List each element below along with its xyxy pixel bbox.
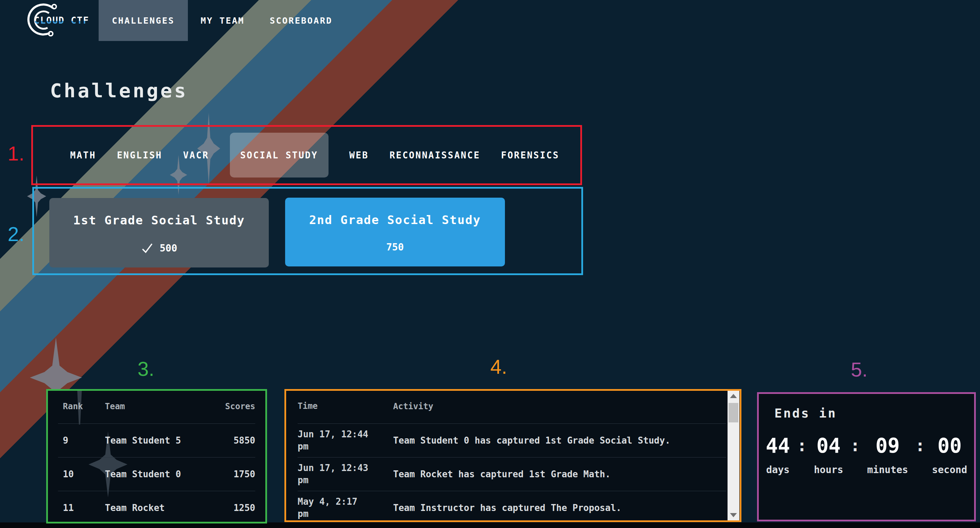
scoreboard-row: 9 Team Student 5 5850 [58,423,255,457]
countdown-colon: : [850,437,860,475]
countdown-display: 44 days : 04 hours : 09 minutes : 00 sec… [775,435,958,475]
activity-scrollbar[interactable] [727,391,739,521]
arrow-down-icon [730,513,737,517]
activity-row: Jun 17, 12:44 pm Team Student 0 has capt… [298,423,726,457]
activity-time-cell: May 4, 2:17 pm [298,496,372,520]
nav-tab-my-team[interactable]: MY TEAM [200,0,245,41]
countdown-seconds-label: second [932,464,967,475]
countdown-seconds-value: 00 [938,435,962,456]
category-tab-vacr[interactable]: VACR [183,150,209,161]
countdown-panel: Ends in 44 days : 04 hours : 09 minutes … [757,392,976,522]
activity-feed-panel: Time Activity Jun 17, 12:44 pm Team Stud… [285,389,741,522]
arrow-up-icon [730,394,737,398]
scoreboard-header-scores: Scores [217,402,255,411]
countdown-days-unit: 44 days [766,435,790,475]
scrollbar-up-button[interactable] [727,391,739,402]
category-tab-web[interactable]: WEB [349,150,369,161]
countdown-hours-unit: 04 hours [814,435,843,475]
countdown-colon: : [797,437,807,475]
team-cell: Team Student 5 [105,435,217,446]
category-tab-reconnaissance[interactable]: RECONNAISSANCE [390,150,480,161]
cloud-ctf-logo[interactable]: CLOUD CTF [19,2,90,38]
scoreboard-row: 10 Team Student 0 1750 [58,457,255,491]
activity-text-cell: Team Instructor has captured The Proposa… [393,502,726,513]
scoreboard-header-team: Team [105,402,217,411]
scores-cell: 1750 [217,469,255,479]
activity-text-cell: Team Rocket has captured 1st Grade Math. [393,469,726,479]
countdown-minutes-value: 09 [875,435,900,456]
challenge-title: 1st Grade Social Study [73,213,245,227]
scoreboard-header-row: Rank Team Scores [58,389,255,423]
category-tab-bar: MATH ENGLISH VACR SOCIAL STUDY WEB RECON… [31,125,582,185]
team-cell: Team Student 0 [105,469,217,479]
countdown-seconds-unit: 00 second [932,435,967,475]
countdown-minutes-unit: 09 minutes [867,435,908,475]
category-tab-forensics[interactable]: FORENSICS [501,150,560,161]
activity-text-cell: Team Student 0 has captured 1st Grade So… [393,435,726,446]
bottom-edge-strip [0,522,980,528]
challenge-points: 500 [160,242,177,254]
check-icon [141,242,153,254]
activity-header-time: Time [298,400,372,412]
activity-time-cell: Jun 17, 12:44 pm [298,428,372,453]
scores-cell: 1250 [217,502,255,513]
team-cell: Team Rocket [105,502,217,513]
scrollbar-thumb[interactable] [729,403,738,423]
scoreboard-header-rank: Rank [58,402,105,411]
brand-text: CLOUD CTF [34,15,89,26]
top-nav-bar: CLOUD CTF CHALLENGES MY TEAM SCOREBOARD [0,0,980,41]
countdown-days-value: 44 [766,435,790,456]
challenge-card-1st-grade-social-study[interactable]: 1st Grade Social Study 500 [49,198,269,268]
countdown-minutes-label: minutes [867,464,908,475]
challenge-points-row: 500 [141,242,177,254]
activity-header-row: Time Activity [298,389,726,423]
activity-header-activity: Activity [393,402,726,411]
nav-tab-scoreboard[interactable]: SCOREBOARD [268,0,334,41]
rank-cell: 9 [58,435,105,446]
activity-time-cell: Jun 17, 12:43 pm [298,462,372,487]
challenge-points: 750 [386,241,404,253]
nav-tab-challenges[interactable]: CHALLENGES [99,0,188,41]
rank-cell: 10 [58,469,105,479]
activity-row: May 4, 2:17 pm Team Instructor has captu… [298,491,726,522]
countdown-days-label: days [766,464,789,475]
countdown-colon: : [915,437,925,475]
category-tab-english[interactable]: ENGLISH [117,150,162,161]
page-title: Challenges [50,79,188,102]
countdown-hours-label: hours [814,464,843,475]
scoreboard-panel: Rank Team Scores 9 Team Student 5 5850 1… [46,389,267,523]
challenge-points-row: 750 [386,241,404,253]
scores-cell: 5850 [217,435,255,446]
scrollbar-down-button[interactable] [727,510,739,521]
category-tab-social-study-selected[interactable]: SOCIAL STUDY [230,133,329,177]
activity-row: Jun 17, 12:43 pm Team Rocket has capture… [298,457,726,491]
challenge-title: 2nd Grade Social Study [309,213,480,227]
rank-cell: 11 [58,502,105,513]
category-tab-math[interactable]: MATH [70,150,96,161]
challenge-card-2nd-grade-social-study[interactable]: 2nd Grade Social Study 750 [285,198,505,266]
scoreboard-row: 11 Team Rocket 1250 [58,491,255,523]
countdown-title: Ends in [775,406,958,420]
countdown-hours-value: 04 [816,435,841,456]
